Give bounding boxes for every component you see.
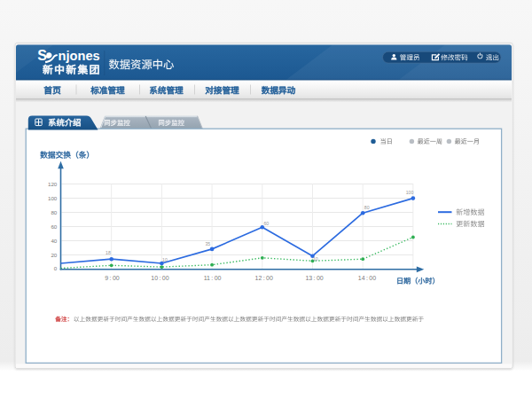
svg-text:11 : 00: 11 : 00 [204,275,222,281]
svg-text:20: 20 [51,252,57,258]
svg-text:100: 100 [406,190,414,195]
svg-text:10: 10 [313,256,318,262]
svg-text:40: 40 [51,238,57,244]
svg-text:9 : 00: 9 : 00 [105,275,120,281]
svg-text:60: 60 [51,223,57,230]
svg-text:80: 80 [51,209,57,215]
svg-text:0: 0 [54,265,58,271]
svg-text:14 : 00: 14 : 00 [358,275,376,281]
svg-text:10: 10 [162,257,168,262]
svg-text:S: S [37,48,47,63]
svg-text:10 : 00: 10 : 00 [151,275,168,281]
svg-text:100: 100 [48,195,58,201]
svg-text:35: 35 [205,241,210,246]
svg-text:60: 60 [263,221,269,226]
svg-text:13 : 00: 13 : 00 [305,275,323,281]
svg-text:80: 80 [364,205,370,210]
svg-text:120: 120 [48,181,58,187]
svg-text:njones: njones [59,49,100,63]
svg-text:12 : 00: 12 : 00 [255,275,273,281]
svg-text:18: 18 [106,250,111,255]
